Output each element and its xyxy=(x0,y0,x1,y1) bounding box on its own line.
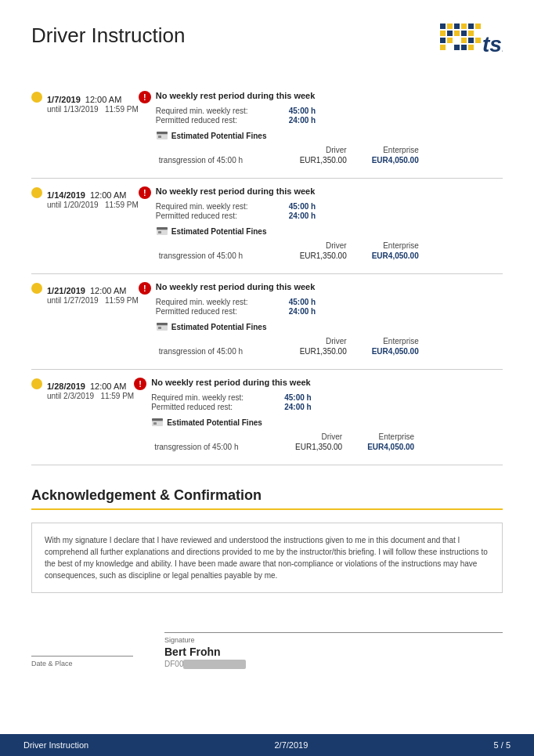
fines-driver-value: EUR1,350.00 xyxy=(278,251,350,261)
signature-block: Signature Bert Frohn DF00 xyxy=(164,632,503,669)
fines-row: transgression of 45:00 h EUR1,350.00 EUR… xyxy=(151,442,417,452)
fines-row: transgression of 45:00 h EUR1,350.00 EUR… xyxy=(156,251,422,261)
violation-content: ! No weekly rest period during this week… xyxy=(134,378,503,452)
fines-col-label-header xyxy=(156,336,278,346)
fines-col-label-header xyxy=(156,241,278,251)
fines-table: Driver Enterprise transgression of 45:00… xyxy=(156,145,422,165)
svg-text:tsi: tsi xyxy=(482,32,503,56)
date-column: 1/28/2019 12:00 AM until 2/3/2019 11:59 … xyxy=(31,378,134,400)
fines-enterprise-header: Enterprise xyxy=(350,145,422,155)
page-title: Driver Instruction xyxy=(31,24,186,48)
violation-details: Required min. weekly rest: 45:00 h Permi… xyxy=(139,202,503,220)
violation-content: ! No weekly rest period during this week… xyxy=(139,282,503,356)
footer-page: 5 / 5 xyxy=(494,740,511,750)
svg-rect-7 xyxy=(447,31,453,36)
fines-section: Estimated Potential Fines Driver Enterpr… xyxy=(139,225,503,261)
svg-rect-18 xyxy=(461,45,467,50)
svg-rect-8 xyxy=(454,31,460,36)
detail-row: Permitted reduced rest: 24:00 h xyxy=(156,212,503,220)
acknowledgement-section: Acknowledgement & Confirmation With my s… xyxy=(31,487,503,669)
company-logo: tsi xyxy=(440,24,503,64)
svg-rect-2 xyxy=(454,24,460,29)
violation-block: 1/21/2019 12:00 AM until 1/27/2019 11:59… xyxy=(31,274,503,370)
svg-rect-31 xyxy=(158,327,161,329)
violation-block: 1/14/2019 12:00 AM until 1/20/2019 11:59… xyxy=(31,179,503,274)
time-from: 12:00 AM xyxy=(85,95,121,104)
violation-details: Required min. weekly rest: 45:00 h Permi… xyxy=(139,107,503,125)
fines-title: Estimated Potential Fines xyxy=(171,323,267,331)
fines-table: Driver Enterprise transgression of 45:00… xyxy=(151,432,417,452)
fines-row-label: transgression of 45:00 h xyxy=(151,442,273,452)
detail-label: Permitted reduced rest: xyxy=(151,403,284,411)
detail-label: Permitted reduced rest: xyxy=(156,116,289,125)
fines-driver-header: Driver xyxy=(278,145,350,155)
time-from: 12:00 AM xyxy=(90,382,126,391)
fines-enterprise-value: EUR4,050.00 xyxy=(350,251,422,261)
alert-icon: ! xyxy=(139,186,151,199)
detail-value: 45:00 h xyxy=(289,202,316,211)
violation-title: No weekly rest period during this week xyxy=(156,282,316,291)
fines-icon xyxy=(156,225,168,237)
detail-label: Permitted reduced rest: xyxy=(156,307,289,316)
date-from: 1/14/2019 xyxy=(47,190,85,200)
svg-rect-0 xyxy=(440,24,446,29)
svg-rect-16 xyxy=(440,45,446,50)
svg-rect-3 xyxy=(461,24,467,29)
footer-doc-title: Driver Instruction xyxy=(23,740,88,750)
footer-date: 2/7/2019 xyxy=(274,740,308,750)
svg-rect-30 xyxy=(157,323,168,325)
fines-col-label-header xyxy=(151,432,273,442)
violations-list: 1/7/2019 12:00 AM until 1/13/2019 11:59 … xyxy=(31,83,503,465)
signer-id: DF00 xyxy=(164,660,503,669)
detail-row: Permitted reduced rest: 24:00 h xyxy=(151,403,503,411)
svg-rect-13 xyxy=(461,38,467,43)
fines-table: Driver Enterprise transgression of 45:00… xyxy=(156,336,422,356)
fines-row: transgression of 45:00 h EUR1,350.00 EUR… xyxy=(156,155,422,165)
fines-row-label: transgression of 45:00 h xyxy=(156,251,278,261)
alert-icon: ! xyxy=(134,378,146,390)
violation-block: 1/28/2019 12:00 AM until 2/3/2019 11:59 … xyxy=(31,370,503,465)
svg-rect-6 xyxy=(440,31,446,36)
detail-row: Required min. weekly rest: 45:00 h xyxy=(151,393,503,402)
fines-table: Driver Enterprise transgression of 45:00… xyxy=(156,241,422,261)
svg-rect-23 xyxy=(158,136,161,138)
fines-driver-header: Driver xyxy=(278,336,350,346)
fines-driver-value: EUR1,350.00 xyxy=(278,346,350,356)
violation-details: Required min. weekly rest: 45:00 h Permi… xyxy=(139,298,503,316)
svg-rect-26 xyxy=(157,227,168,230)
detail-row: Required min. weekly rest: 45:00 h xyxy=(156,202,503,211)
detail-row: Permitted reduced rest: 24:00 h xyxy=(156,116,503,125)
date-until: until 1/27/2019 11:59 PM xyxy=(31,296,139,305)
alert-icon: ! xyxy=(139,282,151,295)
svg-rect-17 xyxy=(454,45,460,50)
svg-rect-34 xyxy=(152,418,163,421)
ack-text: With my signature I declare that I have … xyxy=(31,523,503,593)
signer-name: Bert Frohn xyxy=(164,646,503,658)
date-column: 1/21/2019 12:00 AM until 1/27/2019 11:59… xyxy=(31,282,139,305)
signature-area: Date & Place Signature Bert Frohn DF00 xyxy=(31,624,503,669)
detail-label: Permitted reduced rest: xyxy=(156,212,289,220)
date-from: 1/21/2019 xyxy=(47,286,85,295)
alert-icon: ! xyxy=(139,91,151,103)
date-column: 1/7/2019 12:00 AM until 1/13/2019 11:59 … xyxy=(31,91,139,114)
date-from: 1/28/2019 xyxy=(47,382,85,391)
fines-title: Estimated Potential Fines xyxy=(167,418,262,427)
time-from: 12:00 AM xyxy=(90,190,126,200)
detail-label: Required min. weekly rest: xyxy=(156,107,289,115)
svg-rect-14 xyxy=(468,38,474,43)
fines-enterprise-value: EUR4,050.00 xyxy=(345,442,417,452)
svg-rect-1 xyxy=(447,24,453,29)
fines-icon xyxy=(156,320,168,333)
violation-details: Required min. weekly rest: 45:00 h Permi… xyxy=(134,393,503,411)
fines-section: Estimated Potential Fines Driver Enterpr… xyxy=(139,129,503,165)
svg-rect-10 xyxy=(468,31,474,36)
fines-driver-header: Driver xyxy=(278,241,350,251)
svg-rect-15 xyxy=(475,38,481,43)
date-indicator-icon xyxy=(31,92,42,103)
svg-rect-11 xyxy=(440,38,446,43)
tsi-logo-icon: tsi xyxy=(440,24,503,64)
fines-enterprise-value: EUR4,050.00 xyxy=(350,346,422,356)
date-from: 1/7/2019 xyxy=(47,95,81,104)
date-place-field: Date & Place xyxy=(31,656,133,669)
detail-value: 24:00 h xyxy=(284,403,311,411)
